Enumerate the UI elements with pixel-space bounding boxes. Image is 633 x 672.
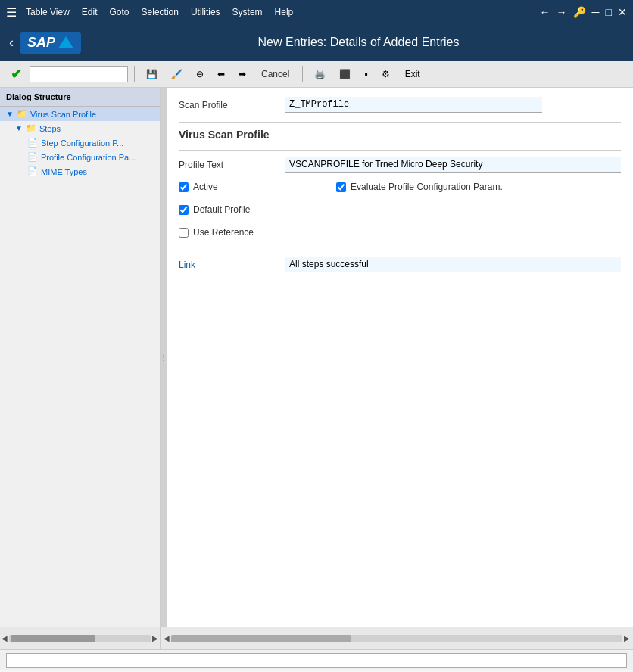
close-btn[interactable]: ✕ (618, 6, 627, 18)
toolbar: ✔ 💾 🖌️ ⊖ ⬅ ➡ Cancel 🖨️ ⬛ ▪ ⚙ Exit (0, 61, 633, 88)
sap-logo: SAP (20, 32, 81, 54)
content-scroll-right[interactable]: ▶ (624, 634, 630, 642)
menu-edit[interactable]: Edit (82, 7, 98, 17)
screen2-button[interactable]: ▪ (359, 66, 373, 82)
scan-profile-row: Scan Profile (179, 97, 621, 113)
window-controls: ← → 🔑 ─ □ ✕ (540, 6, 627, 18)
bottom-scrollbars: ◀ ▶ ◀ ▶ (0, 627, 633, 649)
evaluate-checkbox[interactable] (336, 182, 346, 192)
use-reference-row: Use Reference (179, 227, 621, 238)
scan-profile-label: Scan Profile (179, 100, 285, 110)
title-bar: ☰ Table View Edit Goto Selection Utiliti… (0, 0, 633, 24)
restore-btn[interactable]: □ (606, 6, 612, 18)
cancel-button[interactable]: Cancel (254, 66, 296, 82)
sidebar: Dialog Structure ▼ 📁 Virus Scan Profile … (0, 88, 161, 627)
use-reference-checkbox[interactable] (179, 228, 189, 238)
active-checkbox-row: Active (179, 182, 330, 192)
resize-handle[interactable]: ⋮ (161, 88, 167, 627)
separator-1 (134, 66, 135, 82)
minus-icon: ⊖ (196, 69, 204, 79)
default-profile-checkbox[interactable] (179, 205, 189, 215)
paint-icon: 🖌️ (171, 69, 182, 79)
separator-2 (302, 66, 303, 82)
link-input[interactable] (285, 257, 621, 272)
content-scroll-track[interactable] (171, 635, 622, 642)
link-row: Link (179, 257, 621, 272)
form-section: Scan Profile Virus Scan Profile Profile … (167, 88, 633, 282)
section-divider-2 (179, 150, 621, 151)
menu-utilities[interactable]: Utilities (191, 7, 220, 17)
sidebar-hscroll: ◀ ▶ (0, 627, 161, 649)
content-scroll-left[interactable]: ◀ (164, 634, 170, 642)
evaluate-label: Evaluate Profile Configuration Param. (351, 182, 503, 192)
status-bar (0, 649, 633, 670)
print-button[interactable]: 🖨️ (309, 66, 331, 82)
menu-goto[interactable]: Goto (110, 7, 129, 17)
sidebar-item-label-step-config: Step Configuration P... (41, 138, 123, 148)
prev-icon: ⬅ (217, 69, 225, 79)
nav-back-icon[interactable]: ← (540, 6, 550, 18)
sidebar-item-label-virus-scan-profile: Virus Scan Profile (30, 110, 96, 119)
scan-profile-input[interactable] (285, 97, 542, 113)
folder-icon-vsprofile: 📁 (17, 109, 27, 119)
hamburger-icon[interactable]: ☰ (6, 5, 17, 20)
profile-text-input[interactable] (285, 157, 621, 173)
section-divider-3 (179, 250, 621, 250)
active-checkbox[interactable] (179, 182, 189, 192)
menu-tableview[interactable]: Table View (26, 7, 70, 17)
expand-icon: ▼ (6, 110, 14, 118)
screen2-icon: ▪ (364, 69, 367, 79)
sidebar-scroll-thumb (11, 635, 95, 642)
link-label: Link (179, 260, 285, 270)
menu-bar: Table View Edit Goto Selection Utilities… (26, 7, 540, 17)
evaluate-checkbox-row: Evaluate Profile Configuration Param. (336, 182, 503, 192)
default-profile-checkbox-row: Default Profile (179, 204, 330, 215)
sidebar-item-label-mime-types: MIME Types (41, 167, 87, 176)
menu-help[interactable]: Help (275, 7, 294, 17)
save-button[interactable]: 💾 (141, 66, 163, 82)
minus-button[interactable]: ⊖ (191, 66, 209, 82)
minimize-btn[interactable]: ─ (592, 6, 600, 18)
page-icon-step-config: 📄 (27, 138, 38, 148)
prev-button[interactable]: ⬅ (212, 66, 230, 82)
sidebar-item-virus-scan-profile[interactable]: ▼ 📁 Virus Scan Profile (0, 107, 160, 121)
sidebar-scroll-left[interactable]: ◀ (2, 634, 8, 642)
active-label: Active (193, 182, 218, 192)
next-button[interactable]: ➡ (233, 66, 251, 82)
next-icon: ➡ (239, 69, 246, 79)
sidebar-item-step-config[interactable]: 📄 Step Configuration P... (0, 135, 160, 150)
menu-system[interactable]: System (232, 7, 263, 17)
key-icon[interactable]: 🔑 (573, 6, 586, 18)
paint-button[interactable]: 🖌️ (166, 66, 188, 82)
expand-icon-steps: ▼ (15, 124, 23, 132)
sap-triangle (58, 36, 73, 48)
sidebar-item-label-steps: Steps (39, 124, 61, 133)
page-title: New Entries: Details of Added Entries (93, 36, 624, 49)
sidebar-scroll-right[interactable]: ▶ (152, 634, 158, 642)
virus-scan-section-title: Virus Scan Profile (179, 129, 621, 141)
settings-button[interactable]: ⚙ (376, 66, 395, 82)
screen1-icon: ⬛ (339, 69, 351, 79)
confirm-button[interactable]: ✔ (6, 64, 27, 84)
sap-header: ‹ SAP New Entries: Details of Added Entr… (0, 24, 633, 61)
sidebar-item-label-profile-config: Profile Configuration Pa... (41, 153, 136, 162)
sidebar-scroll-track[interactable] (9, 635, 151, 642)
exit-button[interactable]: Exit (398, 66, 427, 82)
sidebar-item-steps[interactable]: ▼ 📁 Steps (0, 121, 160, 135)
checkboxes-area: Active Default Profile Evaluate Profile … (179, 182, 621, 221)
sidebar-item-mime-types[interactable]: 📄 MIME Types (0, 164, 160, 179)
command-input[interactable] (30, 66, 128, 82)
main-area: Dialog Structure ▼ 📁 Virus Scan Profile … (0, 88, 633, 627)
default-profile-label: Default Profile (193, 204, 250, 215)
status-input[interactable] (6, 653, 627, 668)
use-reference-label: Use Reference (193, 227, 254, 238)
back-button[interactable]: ‹ (9, 35, 14, 51)
screen1-button[interactable]: ⬛ (334, 66, 356, 82)
section-divider-1 (179, 122, 621, 123)
save-icon: 💾 (146, 69, 157, 79)
nav-forward-icon[interactable]: → (557, 6, 567, 18)
content-hscroll: ◀ ▶ (161, 627, 633, 649)
menu-selection[interactable]: Selection (142, 7, 179, 17)
page-icon-profile-config: 📄 (27, 152, 38, 162)
sidebar-item-profile-config[interactable]: 📄 Profile Configuration Pa... (0, 150, 160, 164)
